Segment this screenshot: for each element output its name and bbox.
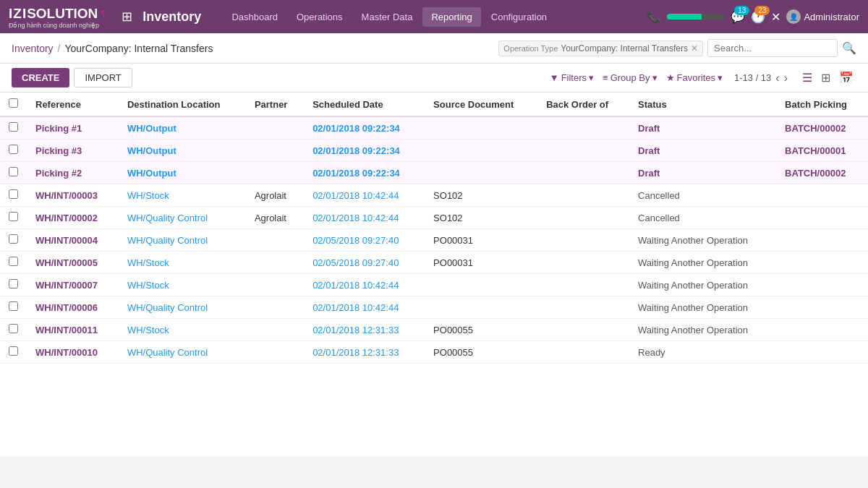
row-checkbox[interactable] (9, 167, 18, 176)
row-reference[interactable]: WH/INT/00002 (27, 207, 119, 229)
row-batch-picking[interactable] (776, 319, 868, 341)
messages-button[interactable]: 💬 13 (731, 10, 745, 24)
row-batch-picking[interactable] (776, 296, 868, 319)
row-checkbox-cell[interactable] (0, 140, 27, 162)
kanban-view-button[interactable]: ⊞ (818, 69, 833, 86)
list-view-button[interactable]: ☰ (799, 69, 815, 86)
row-destination[interactable]: WH/Stock (119, 319, 246, 341)
row-source-doc: PO00031 (425, 229, 537, 252)
row-backorder (537, 274, 629, 296)
row-checkbox[interactable] (9, 279, 18, 288)
row-destination[interactable]: WH/Output (119, 116, 246, 140)
row-reference[interactable]: WH/INT/00005 (27, 252, 119, 274)
select-all-checkbox[interactable] (9, 98, 18, 108)
row-checkbox[interactable] (9, 234, 18, 244)
logo[interactable]: IZI SOLUTION ↑ Đồng hành cùng doanh nghi… (9, 4, 107, 29)
row-checkbox[interactable] (9, 145, 18, 154)
search-button[interactable]: 🔍 (842, 41, 856, 55)
row-destination[interactable]: WH/Stock (119, 274, 246, 296)
col-destination[interactable]: Destination Location (119, 93, 246, 116)
row-backorder (537, 252, 629, 274)
row-reference[interactable]: WH/INT/00011 (27, 319, 119, 341)
logo-text: IZI (9, 6, 27, 22)
create-button[interactable]: CREATE (12, 68, 69, 87)
table-row: WH/INT/00007 WH/Stock 02/01/2018 10:42:4… (0, 274, 868, 296)
activities-button[interactable]: 🕐 23 (751, 10, 765, 24)
row-batch-picking[interactable] (776, 274, 868, 296)
row-date: 02/01/2018 10:42:44 (304, 274, 425, 296)
op-type-remove-button[interactable]: ✕ (691, 43, 698, 53)
row-batch-picking[interactable]: BATCH/00002 (776, 162, 868, 184)
table-row: Picking #3 WH/Output 02/01/2018 09:22:34… (0, 140, 868, 162)
row-destination[interactable]: WH/Output (119, 140, 246, 162)
row-destination[interactable]: WH/Stock (119, 252, 246, 274)
apps-grid-icon[interactable]: ⊞ (122, 9, 132, 25)
row-checkbox-cell[interactable] (0, 229, 27, 252)
search-input[interactable] (707, 39, 838, 57)
row-reference[interactable]: WH/INT/00003 (27, 184, 119, 207)
favorites-button[interactable]: ★ Favorites ▾ (666, 72, 723, 83)
row-checkbox-cell[interactable] (0, 252, 27, 274)
row-reference[interactable]: Picking #1 (27, 116, 119, 140)
row-checkbox-cell[interactable] (0, 296, 27, 319)
row-batch-picking[interactable] (776, 229, 868, 252)
row-destination[interactable]: WH/Quality Control (119, 229, 246, 252)
row-batch-picking[interactable] (776, 341, 868, 364)
row-reference[interactable]: Picking #2 (27, 162, 119, 184)
groupby-button[interactable]: ≡ Group By ▾ (603, 72, 658, 83)
row-destination[interactable]: WH/Quality Control (119, 341, 246, 364)
phone-icon[interactable]: 📞 (647, 10, 661, 24)
row-checkbox[interactable] (9, 189, 18, 199)
row-checkbox[interactable] (9, 324, 18, 333)
row-checkbox-cell[interactable] (0, 319, 27, 341)
admin-menu[interactable]: 👤 Administrator (786, 9, 859, 24)
import-button[interactable]: IMPORT (74, 68, 132, 87)
col-source-doc[interactable]: Source Document (425, 93, 537, 116)
breadcrumb-parent[interactable]: Inventory (12, 43, 54, 54)
nav-configuration[interactable]: Configuration (482, 7, 556, 27)
debug-icon[interactable]: ✕ (771, 10, 780, 24)
row-batch-picking[interactable] (776, 207, 868, 229)
next-page-button[interactable]: › (784, 72, 788, 85)
row-checkbox[interactable] (9, 257, 18, 266)
row-checkbox-cell[interactable] (0, 341, 27, 364)
col-scheduled-date[interactable]: Scheduled Date (304, 93, 425, 116)
row-checkbox-cell[interactable] (0, 162, 27, 184)
row-checkbox-cell[interactable] (0, 116, 27, 140)
row-checkbox[interactable] (9, 122, 18, 132)
row-reference[interactable]: WH/INT/00007 (27, 274, 119, 296)
row-checkbox[interactable] (9, 346, 18, 356)
row-batch-picking[interactable] (776, 184, 868, 207)
calendar-view-button[interactable]: 📅 (836, 69, 856, 86)
row-checkbox[interactable] (9, 212, 18, 221)
row-checkbox-cell[interactable] (0, 274, 27, 296)
col-reference[interactable]: Reference (27, 93, 119, 116)
select-all-checkbox-header[interactable] (0, 93, 27, 116)
nav-reporting[interactable]: Reporting (422, 7, 480, 27)
row-batch-picking[interactable]: BATCH/00001 (776, 140, 868, 162)
nav-operations[interactable]: Operations (288, 7, 352, 27)
row-reference[interactable]: Picking #3 (27, 140, 119, 162)
prev-page-button[interactable]: ‹ (775, 72, 779, 85)
row-destination[interactable]: WH/Stock (119, 184, 246, 207)
filters-button[interactable]: ▼ Filters ▾ (550, 72, 594, 83)
col-status[interactable]: Status (629, 93, 776, 116)
nav-dashboard[interactable]: Dashboard (223, 7, 286, 27)
row-reference[interactable]: WH/INT/00006 (27, 296, 119, 319)
row-batch-picking[interactable] (776, 252, 868, 274)
col-backorder[interactable]: Back Order of (537, 93, 629, 116)
row-destination[interactable]: WH/Quality Control (119, 296, 246, 319)
row-destination[interactable]: WH/Quality Control (119, 207, 246, 229)
row-checkbox-cell[interactable] (0, 184, 27, 207)
row-date: 02/05/2018 09:27:40 (304, 229, 425, 252)
row-reference[interactable]: WH/INT/00004 (27, 229, 119, 252)
col-partner[interactable]: Partner (246, 93, 304, 116)
nav-master-data[interactable]: Master Data (353, 7, 422, 27)
col-batch-picking[interactable]: Batch Picking (776, 93, 868, 116)
row-destination[interactable]: WH/Output (119, 162, 246, 184)
row-source-doc (425, 116, 537, 140)
row-batch-picking[interactable]: BATCH/00002 (776, 116, 868, 140)
row-checkbox[interactable] (9, 301, 18, 311)
row-reference[interactable]: WH/INT/00010 (27, 341, 119, 364)
row-checkbox-cell[interactable] (0, 207, 27, 229)
